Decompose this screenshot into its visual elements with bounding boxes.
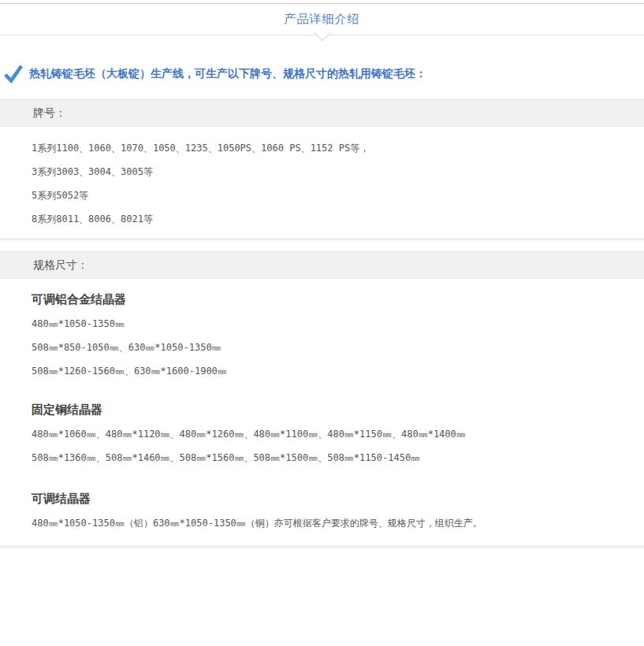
section-divider [0,238,644,240]
fixed-copper-specs: 480㎜*1060㎜、480㎜*1120㎜、480㎜*1260㎜、480㎜*11… [0,418,644,470]
section-header-specs: 规格尺寸： [0,251,644,279]
section-header-specs-label: 规格尺寸： [33,258,88,271]
spec-line: 480㎜*1060㎜、480㎜*1120㎜、480㎜*1260㎜、480㎜*11… [32,422,644,446]
subsection-title-adjustable-aluminum: 可调铝合金结晶器 [0,292,644,307]
spec-line: 508㎜*1260-1560㎜、630㎜*1600-1900㎜ [32,359,644,383]
section-header-grades-label: 牌号： [33,106,66,119]
adjustable-specs: 480㎜*1050-1350㎜（铝）630㎜*1050-1350㎜（铜）亦可根据… [0,507,644,535]
title-divider [0,35,644,35]
grade-line: 5系列5052等 [32,184,644,207]
grades-list: 1系列1100、1060、1070、1050、1235、1050PS、1060 … [0,127,644,231]
adjustable-aluminum-specs: 480㎜*1050-1350㎜ 508㎜*850-1050㎜、630㎜*1050… [0,307,644,383]
spec-line: 480㎜*1050-1350㎜（铝）630㎜*1050-1350㎜（铜）亦可根据… [32,511,644,535]
grade-line: 3系列3003、3004、3005等 [32,160,644,184]
grade-line: 1系列1100、1060、1070、1050、1235、1050PS、1060 … [32,136,644,160]
section-header-grades: 牌号： [0,99,644,127]
check-icon [3,64,24,84]
subsection-title-adjustable: 可调结晶器 [0,492,644,507]
spec-line: 508㎜*1360㎜、508㎜*1460㎜、508㎜*1560㎜、508㎜*15… [32,446,644,470]
spec-line: 480㎜*1050-1350㎜ [32,312,644,336]
bottom-border-line [0,545,644,548]
subsection-title-fixed-copper: 固定铜结晶器 [0,403,644,418]
intro-row: 热轧铸锭毛坯（大板锭）生产线，可生产以下牌号、规格尺寸的热轧用铸锭毛坯： [3,64,644,84]
spec-line: 508㎜*850-1050㎜、630㎜*1050-1350㎜ [32,336,644,359]
grade-line: 8系列8011、8006、8021等 [32,207,644,231]
intro-text: 热轧铸锭毛坯（大板锭）生产线，可生产以下牌号、规格尺寸的热轧用铸锭毛坯： [29,67,426,81]
